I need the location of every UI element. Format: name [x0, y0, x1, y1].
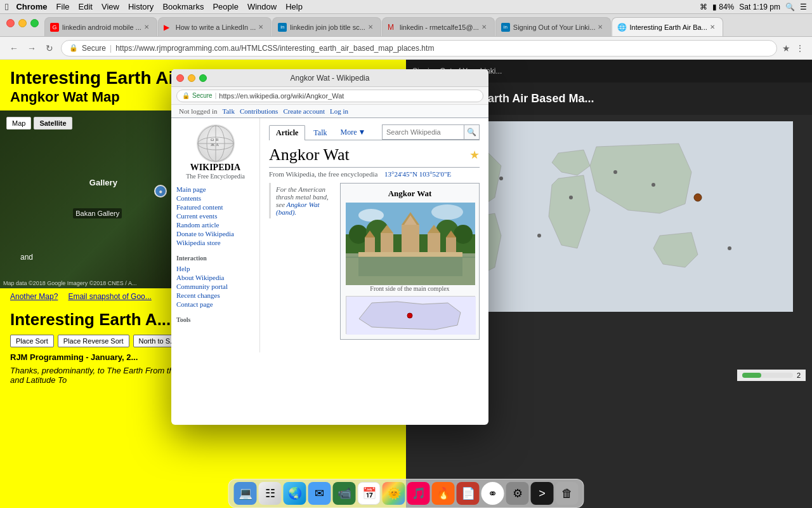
tab-close-button[interactable]: ✕: [256, 22, 266, 32]
dock-photos[interactable]: 🌞: [383, 482, 405, 505]
svg-rect-37: [358, 252, 462, 257]
tab-close-button[interactable]: ✕: [479, 22, 489, 32]
wiki-url-text: https://en.wikipedia.org/wiki/Angkor_Wat: [219, 92, 344, 100]
tab-linkedin-android[interactable]: G linkedin android mobile ... ✕: [44, 17, 157, 36]
wiki-infobox: Angkor Wat: [340, 183, 480, 340]
wiki-logo-name: WIKIPEDIA: [176, 163, 254, 173]
view-menu[interactable]: View: [102, 2, 119, 11]
dock-firefox[interactable]: 🔥: [432, 482, 455, 505]
chrome-menu-button[interactable]: ⋮: [796, 43, 804, 53]
bookmarks-menu[interactable]: Bookmarks: [162, 2, 204, 11]
maximize-button[interactable]: [30, 19, 39, 27]
dock-calendar[interactable]: 📅: [358, 482, 381, 505]
reload-button[interactable]: ↻: [43, 42, 56, 55]
address-input[interactable]: 🔒 Secure | https://www.rjmprogramming.co…: [61, 40, 777, 57]
tab-title: Signing Out of Your Linki...: [513, 23, 596, 31]
svg-point-2: [569, 196, 573, 199]
more-tab[interactable]: More ▼: [335, 125, 370, 140]
history-menu[interactable]: History: [128, 2, 154, 11]
chevron-down-icon: ▼: [358, 128, 365, 137]
random-article-link[interactable]: Random article: [176, 220, 254, 229]
tab-signing-out[interactable]: in Signing Out of Your Linki... ✕: [495, 17, 612, 36]
help-menu[interactable]: Help: [285, 2, 303, 11]
dock-safari[interactable]: 🌏: [284, 482, 306, 505]
back-button[interactable]: ←: [8, 42, 20, 55]
talk-link[interactable]: Talk: [223, 107, 235, 115]
contact-link[interactable]: Contact page: [176, 300, 254, 309]
talk-tab[interactable]: Talk: [306, 125, 334, 140]
people-menu[interactable]: People: [213, 2, 238, 11]
main-page-link[interactable]: Main page: [176, 185, 254, 194]
wiki-minimize-button[interactable]: [188, 74, 195, 82]
dock-settings[interactable]: ⚙: [506, 482, 529, 505]
tab-close-button[interactable]: ✕: [707, 22, 717, 32]
menu-right-icons: ⌘ ▮ 84% Sat 1:19 pm 🔍 ☰: [700, 3, 807, 11]
bookmark-button[interactable]: ★: [782, 43, 790, 53]
tab-linkedin-write[interactable]: ▶ How to write a LinkedIn ... ✕: [158, 17, 272, 36]
svg-point-19: [431, 204, 463, 220]
dock-trash[interactable]: 🗑: [556, 482, 579, 505]
featured-link[interactable]: Featured content: [176, 203, 254, 211]
recent-changes-link[interactable]: Recent changes: [176, 291, 254, 300]
dock-mail[interactable]: ✉: [308, 482, 331, 505]
window-menu[interactable]: Window: [247, 2, 277, 11]
dock-chrome[interactable]: ⚭: [481, 482, 504, 505]
dock-facetime[interactable]: 📹: [333, 482, 356, 505]
gallery-label: Gallery: [89, 178, 117, 187]
dock-filezilla[interactable]: 📄: [457, 482, 480, 505]
email-snapshot-link[interactable]: Email snapshot of Goo...: [68, 292, 151, 301]
dock-finder[interactable]: 💻: [234, 482, 257, 505]
place-sort-button[interactable]: Place Sort: [10, 335, 54, 347]
wiki-main-content: Article Talk More ▼ 🔍: [260, 118, 488, 352]
dock-itunes[interactable]: 🎵: [407, 482, 430, 505]
search-icon[interactable]: 🔍: [785, 3, 795, 11]
place-reverse-sort-button[interactable]: Place Reverse Sort: [58, 335, 129, 347]
tab-gmail[interactable]: M linkedin - rmetcalfe15@... ✕: [382, 17, 495, 36]
tab-interesting-earth[interactable]: 🌐 Interesting Earth Air Ba... ✕: [612, 17, 723, 36]
create-account-link[interactable]: Create account: [283, 107, 325, 115]
coords-link[interactable]: 13°24'45"N 103°52'0"E: [384, 170, 451, 178]
tab-close-button[interactable]: ✕: [141, 22, 152, 32]
contributions-link[interactable]: Contributions: [240, 107, 278, 115]
infobox-photo: [346, 203, 475, 285]
dock-terminal[interactable]: >: [531, 482, 554, 505]
another-map-link[interactable]: Another Map?: [10, 292, 58, 301]
dock-launchpad[interactable]: ☷: [259, 482, 282, 505]
tab-close-button[interactable]: ✕: [365, 22, 376, 32]
file-menu[interactable]: File: [56, 2, 70, 11]
infobox-map: [346, 296, 475, 334]
edit-menu[interactable]: Edit: [79, 2, 93, 11]
tab-linkedin-join[interactable]: in linkedin join job title sc... ✕: [272, 17, 381, 36]
help-link[interactable]: Help: [176, 264, 254, 273]
minimize-button[interactable]: [18, 19, 27, 27]
donate-link[interactable]: Donate to Wikipedia: [176, 229, 254, 238]
satellite-view-button[interactable]: Satellite: [34, 117, 72, 130]
star-article-button[interactable]: ★: [469, 148, 480, 162]
search-input[interactable]: [382, 124, 464, 140]
forward-button[interactable]: →: [25, 42, 38, 55]
angkor-marker[interactable]: ●: [154, 185, 167, 197]
map-view-button[interactable]: Map: [6, 117, 31, 130]
svg-text:Ω: Ω: [211, 137, 214, 142]
wiki-close-button[interactable]: [176, 74, 184, 82]
current-events-link[interactable]: Current events: [176, 211, 254, 220]
wiki-maximize-button[interactable]: [199, 74, 207, 82]
location-icon: ●: [154, 185, 167, 197]
log-in-link[interactable]: Log in: [330, 107, 348, 115]
app-menu[interactable]: Chrome: [16, 2, 47, 11]
tab-close-button[interactable]: ✕: [595, 22, 605, 32]
community-link[interactable]: Community portal: [176, 282, 254, 291]
wiki-window-title: Angkor Wat - Wikipedia: [291, 74, 370, 83]
notification-icon[interactable]: ☰: [800, 3, 807, 11]
wiki-address-bar[interactable]: 🔒 Secure | https://en.wikipedia.org/wiki…: [171, 87, 488, 105]
wiki-page-content[interactable]: Not logged in Talk Contributions Create …: [171, 105, 488, 425]
close-button[interactable]: [6, 19, 15, 27]
store-link[interactable]: Wikipedia store: [176, 238, 254, 247]
wiki-url-bar[interactable]: 🔒 Secure | https://en.wikipedia.org/wiki…: [176, 90, 483, 102]
article-tab[interactable]: Article: [269, 125, 305, 140]
apple-menu[interactable]: : [5, 1, 8, 12]
about-link[interactable]: About Wikipedia: [176, 273, 254, 282]
search-button[interactable]: 🔍: [464, 124, 480, 140]
wiki-secure-icon: 🔒: [182, 92, 190, 99]
contents-link[interactable]: Contents: [176, 194, 254, 203]
